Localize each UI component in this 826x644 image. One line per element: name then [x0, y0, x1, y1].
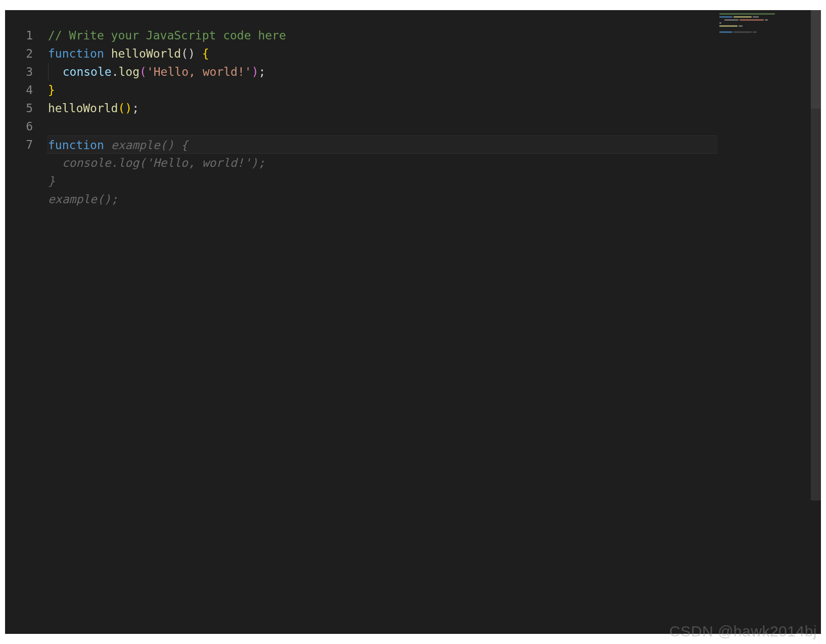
- minimap-segment-icon: [724, 19, 739, 21]
- code-line[interactable]: }: [48, 81, 717, 99]
- minimap-segment-icon: [719, 13, 775, 15]
- scrollbar-thumb[interactable]: [811, 10, 821, 109]
- token-indent: [49, 65, 63, 78]
- code-line[interactable]: [48, 117, 717, 135]
- token-paren: (: [181, 47, 188, 60]
- minimap-segment-icon: [739, 25, 743, 27]
- watermark-text: CSDN @hawk2014bj: [669, 623, 817, 640]
- minimap-line: [719, 28, 809, 31]
- code-line[interactable]: // Write your JavaScript code here: [48, 26, 717, 44]
- ghost-suggestion-inline: example() {: [104, 139, 188, 152]
- minimap-segment-icon: [719, 22, 721, 24]
- line-number: 3: [5, 63, 33, 81]
- token-method: log: [119, 65, 140, 78]
- minimap-line: [719, 31, 809, 34]
- minimap-line: [719, 13, 809, 16]
- code-area[interactable]: 1 2 3 4 5 6 7 // Write your JavaScript c…: [5, 10, 717, 634]
- minimap-segment-icon: [733, 31, 752, 33]
- minimap-segment-icon: [733, 16, 752, 18]
- vertical-scrollbar[interactable]: [811, 10, 821, 634]
- token-space: [104, 47, 111, 60]
- minimap-segment-icon: [753, 16, 759, 18]
- token-function-name: helloWorld: [111, 47, 181, 60]
- minimap-line: [719, 25, 809, 28]
- token-paren: (: [118, 102, 125, 115]
- ghost-suggestion-line: example();: [48, 190, 717, 208]
- code-editor[interactable]: 1 2 3 4 5 6 7 // Write your JavaScript c…: [5, 10, 821, 634]
- token-paren: ): [252, 65, 259, 78]
- token-brace: {: [202, 47, 209, 60]
- ghost-suggestion-line: console.log('Hello, world!');: [48, 154, 717, 172]
- scrollbar-thumb[interactable]: [811, 109, 821, 500]
- code-line[interactable]: function helloWorld() {: [48, 44, 717, 63]
- minimap-segment-icon: [765, 19, 768, 21]
- line-number: 7: [5, 135, 33, 154]
- token-keyword: function: [48, 139, 104, 152]
- token-function-name: helloWorld: [48, 102, 118, 115]
- token-semicolon: ;: [132, 102, 139, 115]
- line-number: 5: [5, 99, 33, 117]
- minimap-indent-icon: [719, 19, 723, 22]
- token-keyword: function: [48, 47, 104, 60]
- minimap-segment-icon: [719, 25, 738, 27]
- minimap-segment-icon: [753, 31, 757, 33]
- line-number-gutter: 1 2 3 4 5 6 7: [5, 10, 48, 634]
- code-line-current[interactable]: function example() {: [47, 135, 717, 154]
- line-number: 2: [5, 44, 33, 63]
- token-dot: .: [112, 65, 119, 78]
- minimap[interactable]: [717, 10, 811, 634]
- minimap-line: [719, 19, 809, 22]
- minimap-line: [719, 16, 809, 19]
- line-number: 6: [5, 117, 33, 135]
- code-line[interactable]: helloWorld();: [48, 99, 717, 117]
- token-comment: // Write your JavaScript code here: [48, 29, 286, 42]
- code-line[interactable]: console.log('Hello, world!');: [48, 63, 717, 81]
- line-number: 4: [5, 81, 33, 99]
- token-paren: ): [125, 102, 132, 115]
- token-brace: }: [48, 83, 55, 97]
- minimap-segment-icon: [719, 31, 732, 33]
- token-space: [195, 47, 202, 60]
- token-paren: ): [188, 47, 195, 60]
- token-semicolon: ;: [258, 65, 265, 78]
- token-identifier: console: [63, 65, 112, 78]
- code-content[interactable]: // Write your JavaScript code here funct…: [48, 10, 717, 634]
- line-number: 1: [5, 26, 33, 44]
- minimap-line: [719, 22, 809, 25]
- minimap-segment-icon: [719, 16, 732, 18]
- minimap-segment-icon: [740, 19, 764, 21]
- token-string: 'Hello, world!': [147, 65, 252, 78]
- ghost-suggestion-line: }: [48, 172, 717, 190]
- token-paren: (: [140, 65, 147, 78]
